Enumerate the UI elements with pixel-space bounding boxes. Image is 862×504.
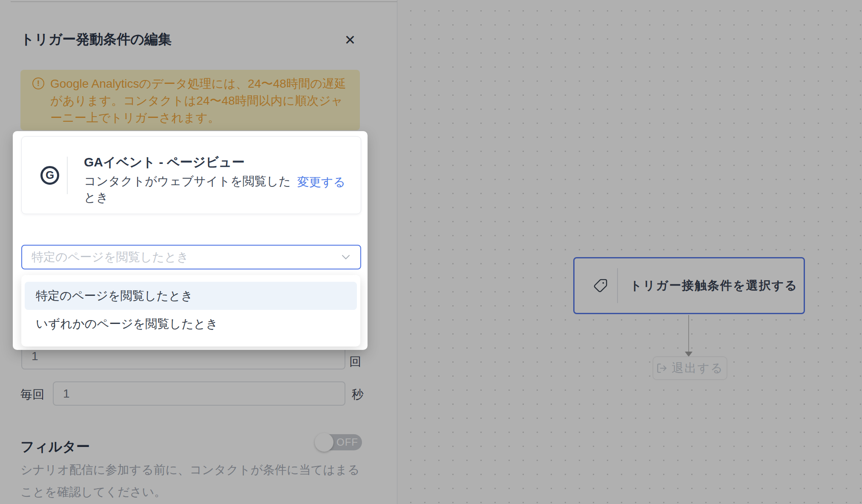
ga-event-card: G GAイベント - ページビュー コンタクトがウェブサイトを閲覧したとき 変更… <box>21 136 361 214</box>
page-condition-select[interactable]: 特定のページを閲覧したとき <box>21 245 361 269</box>
chevron-down-icon <box>342 255 350 260</box>
select-placeholder: 特定のページを閲覧したとき <box>32 249 342 265</box>
dropdown-option-any-page[interactable]: いずれかのページを閲覧したとき <box>25 310 357 338</box>
card-description: コンタクトがウェブサイトを閲覧したとき <box>84 173 293 206</box>
change-link[interactable]: 変更する <box>297 174 345 190</box>
ga-event-icon: G <box>40 166 59 185</box>
card-divider <box>67 157 68 194</box>
dropdown-option-specific-page[interactable]: 特定のページを閲覧したとき <box>25 282 357 310</box>
card-text-block: GAイベント - ページビュー コンタクトがウェブサイトを閲覧したとき 変更する <box>84 137 361 214</box>
card-title: GAイベント - ページビュー <box>84 154 244 171</box>
spotlight-section: G GAイベント - ページビュー コンタクトがウェブサイトを閲覧したとき 変更… <box>13 131 368 350</box>
trigger-edit-screen: トリガー発動条件の編集 ✕ ! Google Analyticsのデータ処理には… <box>0 0 862 504</box>
select-dropdown: 特定のページを閲覧したとき いずれかのページを閲覧したとき <box>21 275 360 346</box>
